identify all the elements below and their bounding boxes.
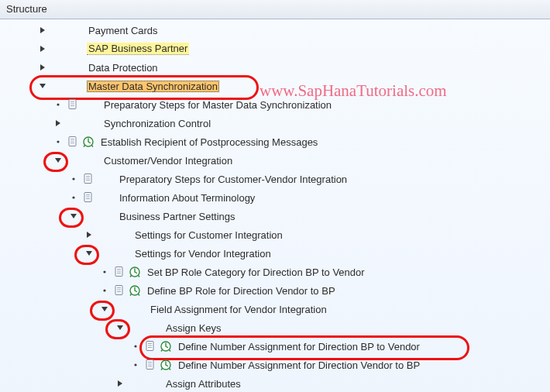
tree-row[interactable]: Synchronization Control [0,114,550,132]
bullet-icon [99,266,110,277]
expand-icon[interactable] [37,62,48,73]
tree-node-label[interactable]: Payment Cards [87,25,160,36]
collapse-icon[interactable] [115,322,125,333]
collapse-icon[interactable] [37,81,48,91]
expand-icon[interactable] [37,43,48,54]
tree-row[interactable]: Customer/Vendor Integration [0,151,550,170]
tree-node-label[interactable]: Assign Attributes [164,378,242,390]
tree-row[interactable]: Field Assignment for Vendor Integration [0,300,550,318]
tree-node-label[interactable]: Preparatory Steps for Master Data Synchr… [102,99,333,111]
tree-node-label[interactable]: Define Number Assignment for Direction V… [177,359,421,371]
panel-title: Structure [6,3,47,15]
tree-node-label[interactable]: Establish Recipient of Postprocessing Me… [99,136,319,148]
tree-row[interactable]: Define Number Assignment for Direction B… [0,337,550,356]
bullet-icon [68,192,79,203]
expand-icon[interactable] [115,378,125,389]
tree-node-label[interactable]: Field Assignment for Vendor Integration [149,304,328,315]
tree-node-label[interactable]: Customer/Vendor Integration [102,155,234,167]
activity-icon[interactable] [129,266,141,278]
tree-row[interactable]: Set BP Role Category for Direction BP to… [0,263,550,281]
bullet-icon [99,285,110,296]
tree-node-label[interactable]: Master Data Synchronization [87,81,219,92]
document-icon[interactable] [82,191,95,204]
tree-row[interactable]: Assign Keys [0,318,550,337]
expand-icon[interactable] [53,118,64,129]
tree-row[interactable]: Settings for Vendor Integration [0,244,550,263]
activity-icon[interactable] [160,359,172,371]
tree-node-label[interactable]: Settings for Vendor Integration [133,248,273,260]
tree-row[interactable]: Preparatory Steps for Master Data Synchr… [0,95,550,114]
collapse-icon[interactable] [84,248,95,259]
collapse-icon[interactable] [99,304,110,315]
tree-row[interactable]: Preparatory Steps for Customer-Vendor In… [0,170,550,188]
tree-node-label[interactable]: Synchronization Control [102,118,212,129]
tree-node-label[interactable]: Business Partner Settings [118,211,237,222]
expand-icon[interactable] [84,229,95,240]
tree-row[interactable]: Data Protection [0,58,550,77]
document-icon[interactable] [113,266,125,278]
activity-icon[interactable] [82,136,95,148]
expand-icon[interactable] [37,25,48,36]
tree-node-label[interactable]: Data Protection [87,62,160,74]
tree-row[interactable]: Establish Recipient of Postprocessing Me… [0,132,550,151]
tree-node-label[interactable]: Define Number Assignment for Direction B… [177,341,421,352]
activity-icon[interactable] [129,284,141,297]
bullet-icon [130,359,141,370]
bullet-icon [130,341,141,352]
document-icon[interactable] [67,98,79,111]
tree-row[interactable]: Master Data Synchronization [0,77,550,95]
document-icon[interactable] [144,359,156,371]
tree-row[interactable]: Business Partner Settings [0,207,550,225]
document-icon[interactable] [113,284,125,297]
tree-row[interactable]: Define Number Assignment for Direction V… [0,356,550,374]
tree-row[interactable]: SAP Business Partner [0,40,550,58]
tree-node-label[interactable]: Preparatory Steps for Customer-Vendor In… [118,174,349,185]
activity-icon[interactable] [160,340,172,352]
tree-row[interactable]: Define BP Role for Direction Vendor to B… [0,281,550,300]
tree-row[interactable]: Settings for Customer Integration [0,225,550,244]
bullet-icon [53,99,64,110]
document-icon[interactable] [67,136,79,148]
structure-panel: Structure www.SapHanaTutorials.com Payme… [0,0,550,392]
collapse-icon[interactable] [68,211,79,222]
tree-row[interactable]: Information About Terminology [0,188,550,207]
collapse-icon[interactable] [53,155,64,166]
tree-row[interactable]: Payment Cards [0,21,550,40]
tree-node-label[interactable]: Define BP Role for Direction Vendor to B… [146,285,337,297]
tree-node-label[interactable]: Set BP Role Category for Direction BP to… [146,266,366,278]
document-icon[interactable] [82,173,95,185]
tree-node-label[interactable]: Settings for Customer Integration [133,229,284,241]
tree-row[interactable]: Assign Attributes [0,374,550,392]
tree-node-label[interactable]: Information About Terminology [118,192,256,204]
tree-node-label[interactable]: Assign Keys [164,322,223,334]
tree-view[interactable]: www.SapHanaTutorials.com Payment CardsSA… [0,19,550,392]
bullet-icon [53,136,64,147]
tree-node-label[interactable]: SAP Business Partner [87,43,189,55]
bullet-icon [68,174,79,184]
panel-header: Structure [0,0,550,19]
document-icon[interactable] [144,340,156,352]
